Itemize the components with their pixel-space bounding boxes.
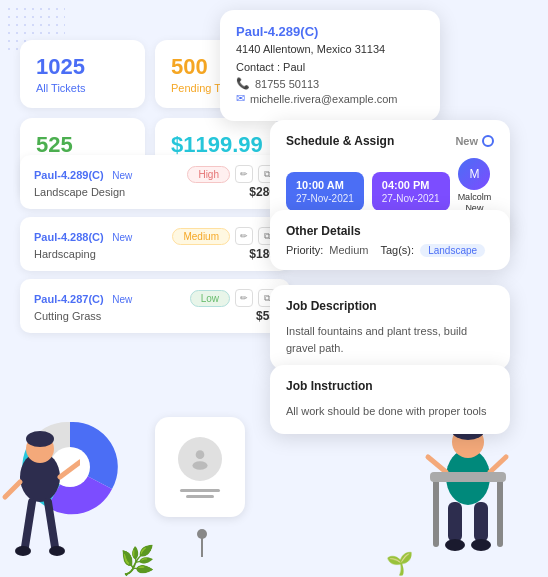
edit-icon[interactable]: ✏ xyxy=(235,165,253,183)
ticket-status-new: New xyxy=(112,170,132,181)
paul-phone: 81755 50113 xyxy=(255,78,319,90)
svg-rect-21 xyxy=(433,477,439,547)
svg-point-0 xyxy=(196,450,205,459)
ticket-id-group: Paul-4.287(C) New xyxy=(34,289,132,307)
email-icon: ✉ xyxy=(236,92,245,105)
svg-rect-18 xyxy=(474,502,488,542)
start-date: 27-Nov-2021 xyxy=(296,192,354,205)
ticket-actions: High ✏ ⧉ xyxy=(187,165,276,183)
svg-rect-23 xyxy=(430,472,506,482)
table-row: Paul-4.289(C) New High ✏ ⧉ Landscape Des… xyxy=(20,155,290,209)
ticket-row-top: Paul-4.287(C) New Low ✏ ⧉ xyxy=(34,289,276,307)
svg-rect-17 xyxy=(448,502,462,542)
avatar-line-1 xyxy=(180,489,220,492)
ticket-list: Paul-4.289(C) New High ✏ ⧉ Landscape Des… xyxy=(20,155,290,333)
radio-new[interactable] xyxy=(482,135,494,147)
paul-email: michelle.rivera@example.com xyxy=(250,93,398,105)
svg-line-16 xyxy=(490,457,506,472)
start-time: 10:00 AM xyxy=(296,178,354,192)
table-row: Paul-4.287(C) New Low ✏ ⧉ Cutting Grass … xyxy=(20,279,290,333)
svg-point-10 xyxy=(15,546,31,556)
ticket-priority-badge: Low xyxy=(190,290,230,307)
ticket-id-group: Paul-4.288(C) New xyxy=(34,227,132,245)
end-time: 04:00 PM xyxy=(382,178,440,192)
ticket-status-new: New xyxy=(112,232,132,243)
all-tickets-count: 1025 xyxy=(36,54,129,80)
phone-icon: 📞 xyxy=(236,77,250,90)
svg-line-8 xyxy=(25,502,32,547)
svg-line-15 xyxy=(428,457,446,472)
ticket-id: Paul-4.289(C) xyxy=(34,169,104,181)
svg-rect-22 xyxy=(497,477,503,547)
svg-point-11 xyxy=(49,546,65,556)
ticket-name: Landscape Design xyxy=(34,186,125,198)
new-badge: New xyxy=(455,135,494,147)
person-icon xyxy=(178,437,222,481)
ticket-name: Cutting Grass xyxy=(34,310,101,322)
svg-point-19 xyxy=(445,539,465,551)
ticket-id-group: Paul-4.289(C) New xyxy=(34,165,132,183)
plant-left-decoration: 🌿 xyxy=(120,544,155,577)
job-instr-title: Job Instruction xyxy=(286,379,494,393)
avatar-lines xyxy=(180,489,220,498)
paul-popup-address: 4140 Allentown, Mexico 31134 xyxy=(236,43,424,55)
paul-detail-popup: Paul-4.289(C) 4140 Allentown, Mexico 311… xyxy=(220,10,440,121)
assignee-avatar: M xyxy=(458,158,490,190)
ticket-id: Paul-4.288(C) xyxy=(34,231,104,243)
other-details-popup: Other Details Priority: Medium Tag(s): L… xyxy=(270,210,510,270)
ticket-row-top: Paul-4.288(C) New Medium ✏ ⧉ xyxy=(34,227,276,245)
table-row: Paul-4.288(C) New Medium ✏ ⧉ Hardscaping… xyxy=(20,217,290,271)
person-left-illustration xyxy=(0,417,90,577)
svg-line-7 xyxy=(60,462,80,477)
connector-line xyxy=(201,537,203,557)
svg-line-6 xyxy=(5,482,20,497)
svg-line-9 xyxy=(48,502,55,547)
ticket-id: Paul-4.287(C) xyxy=(34,293,104,305)
paul-popup-title: Paul-4.289(C) xyxy=(236,24,424,39)
edit-icon[interactable]: ✏ xyxy=(235,289,253,307)
svg-point-20 xyxy=(471,539,491,551)
job-desc-title: Job Description xyxy=(286,299,494,313)
paul-phone-row: 📞 81755 50113 xyxy=(236,77,424,90)
all-tickets-label: All Tickets xyxy=(36,82,129,94)
plant-right-decoration: 🌱 xyxy=(386,551,413,577)
ticket-row-top: Paul-4.289(C) New High ✏ ⧉ xyxy=(34,165,276,183)
job-desc-text: Install fountains and plant tress, build… xyxy=(286,323,494,356)
other-details-title: Other Details xyxy=(286,224,494,238)
priority-label: Priority: Medium xyxy=(286,244,368,256)
other-details-row: Priority: Medium Tag(s): Landscape xyxy=(286,244,494,256)
job-instruction-popup: Job Instruction All work should be done … xyxy=(270,365,510,434)
paul-contact-label: Contact : Paul xyxy=(236,61,424,73)
avatar-line-2 xyxy=(186,495,214,498)
ticket-actions: Medium ✏ ⧉ xyxy=(172,227,276,245)
svg-point-5 xyxy=(26,431,54,447)
start-time-box: 10:00 AM 27-Nov-2021 xyxy=(286,172,364,211)
all-tickets-card: 1025 All Tickets xyxy=(20,40,145,108)
end-date: 27-Nov-2021 xyxy=(382,192,440,205)
ticket-name: Hardscaping xyxy=(34,248,96,260)
tags-label: Tag(s): Landscape xyxy=(380,244,485,256)
paul-email-row: ✉ michelle.rivera@example.com xyxy=(236,92,424,105)
job-instr-text: All work should be done with proper tool… xyxy=(286,403,494,420)
svg-point-1 xyxy=(192,461,207,470)
left-person-svg xyxy=(0,417,80,577)
end-time-box: 04:00 PM 27-Nov-2021 xyxy=(372,172,450,211)
ticket-actions: Low ✏ ⧉ xyxy=(190,289,276,307)
ticket-status-new: New xyxy=(112,294,132,305)
ticket-priority-badge: High xyxy=(187,166,230,183)
ticket-priority-badge: Medium xyxy=(172,228,230,245)
job-description-popup: Job Description Install fountains and pl… xyxy=(270,285,510,370)
edit-icon[interactable]: ✏ xyxy=(235,227,253,245)
schedule-title: Schedule & Assign New xyxy=(286,134,494,148)
